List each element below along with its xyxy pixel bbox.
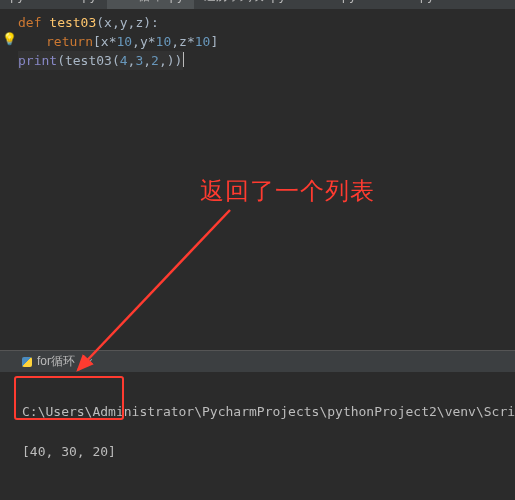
text-caret	[183, 52, 184, 67]
func-name: test03	[49, 15, 96, 30]
code-line: def test03(x,y,z):	[18, 13, 507, 32]
editor-tab[interactable]: 遍历字列表.py	[194, 0, 296, 9]
run-tab[interactable]: for循环 ×	[22, 353, 93, 370]
python-icon	[22, 357, 32, 367]
tab-label: pycontrol.py	[10, 0, 97, 3]
close-icon[interactable]: ×	[86, 355, 93, 369]
code-line: return[x*10,y*10,z*10]	[18, 32, 507, 51]
keyword-return: return	[46, 34, 93, 49]
tab-label: test2.py	[376, 0, 434, 3]
intention-bulb-icon[interactable]: 💡	[2, 32, 16, 46]
builtin-print: print	[18, 53, 57, 68]
editor-tab[interactable]: test.py	[296, 0, 367, 9]
code-line: print(test03(4,3,2,))	[18, 51, 507, 70]
tab-label: 遍历字列表.py	[204, 0, 286, 5]
annotation-text: 返回了一个列表	[200, 175, 375, 207]
editor-tab[interactable]: test2.py	[366, 0, 444, 9]
call-name: test03	[65, 53, 112, 68]
editor-tab[interactable]: pycontrol.py	[0, 0, 107, 9]
run-console[interactable]: C:\Users\Administrator\PycharmProjects\p…	[0, 372, 515, 500]
tab-label: test.py	[306, 0, 357, 3]
run-tab-label: for循环	[37, 353, 75, 370]
keyword-def: def	[18, 15, 49, 30]
run-tab-bar: for循环 ×	[0, 350, 515, 372]
console-output-line: [40, 30, 20]	[22, 442, 507, 462]
editor-tab[interactable]: for循环.py	[107, 0, 194, 9]
tab-label: for循环.py	[117, 0, 184, 5]
console-line: C:\Users\Administrator\PycharmProjects\p…	[22, 402, 507, 422]
editor-tab-strip: pycontrol.py for循环.py 遍历字列表.py test.py t…	[0, 0, 515, 9]
